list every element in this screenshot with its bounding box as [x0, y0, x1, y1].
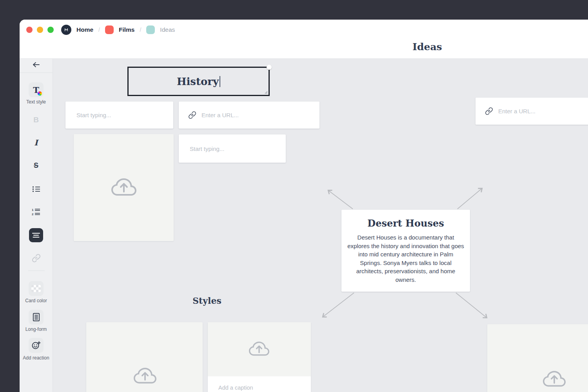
note-input[interactable]	[65, 102, 173, 129]
desert-houses-description: Desert Houses is a documentary that expl…	[347, 233, 465, 284]
window-close-button[interactable]	[26, 27, 33, 33]
header-bar: Home / Films / Ideas Ideas	[20, 20, 588, 59]
text-style-icon: T	[33, 85, 39, 95]
arrow-connector-top-right	[457, 189, 482, 209]
text-card-icon	[32, 232, 40, 238]
document-icon	[32, 312, 40, 322]
breadcrumb: Home / Films / Ideas	[61, 25, 175, 35]
ideas-board-icon[interactable]	[146, 25, 155, 34]
color-wheel-icon	[38, 91, 42, 96]
breadcrumb-item-ideas[interactable]: Ideas	[160, 26, 175, 33]
board-title: Ideas	[408, 41, 447, 53]
arrow-connector-top-left	[328, 191, 353, 209]
text-card-tool-active[interactable]	[20, 228, 53, 242]
numbered-list-button[interactable]: 1 2	[20, 208, 53, 217]
url-input[interactable]	[498, 98, 588, 125]
numbered-list-icon: 1 2	[32, 208, 40, 216]
long-form-label: Long-form	[20, 327, 53, 332]
image-upload-card[interactable]	[86, 322, 203, 392]
note-card	[179, 134, 286, 163]
bold-icon: B	[33, 116, 39, 124]
card-color-label: Card color	[20, 298, 53, 303]
cloud-upload-icon	[111, 175, 136, 200]
bullet-list-icon	[32, 186, 40, 192]
italic-button[interactable]: I	[20, 138, 53, 147]
toolbar-divider	[28, 270, 45, 271]
note-input[interactable]	[179, 134, 286, 163]
link-icon	[188, 111, 196, 119]
breadcrumb-item-films[interactable]: Films	[119, 26, 134, 33]
resize-handle-icon[interactable]	[263, 89, 268, 94]
arrow-connector-bottom-right	[456, 293, 486, 318]
app-window: Home / Films / Ideas Ideas	[20, 20, 588, 392]
bullet-list-button[interactable]	[20, 186, 53, 194]
caption-area	[208, 376, 311, 392]
link-icon	[485, 107, 493, 115]
image-upload-card[interactable]	[487, 324, 588, 392]
card-color-checker-icon	[31, 285, 41, 292]
text-style-button[interactable]: T	[20, 82, 53, 97]
image-upload-card[interactable]	[74, 134, 174, 241]
long-form-button[interactable]	[20, 310, 53, 325]
styles-title-card[interactable]: Styles	[185, 296, 229, 306]
cloud-upload-icon	[134, 365, 156, 388]
arrow-connector-bottom-left	[323, 293, 354, 317]
history-title-card-selected[interactable]: History	[127, 67, 270, 96]
window-zoom-button[interactable]	[47, 27, 54, 33]
italic-icon: I	[34, 138, 38, 147]
add-reaction-label: Add reaction	[20, 355, 53, 361]
image-card-with-caption[interactable]	[208, 322, 311, 392]
image-upload-area[interactable]	[208, 322, 311, 376]
note-card	[65, 102, 173, 129]
strikethrough-button[interactable]: S	[20, 162, 53, 170]
films-board-icon[interactable]	[105, 25, 114, 34]
card-color-button[interactable]	[20, 281, 53, 296]
desert-houses-title: Desert Houses	[347, 218, 465, 229]
history-title-text: History	[177, 76, 219, 87]
caption-input[interactable]	[208, 385, 311, 391]
toolbar-divider	[20, 73, 53, 73]
svg-text:2: 2	[32, 212, 34, 216]
back-arrow-icon	[32, 61, 40, 68]
text-cursor	[220, 76, 220, 87]
milanote-logo-icon[interactable]	[61, 25, 71, 35]
link-icon	[32, 254, 41, 263]
cloud-upload-icon	[543, 368, 566, 391]
desert-houses-card[interactable]: Desert Houses Desert Houses is a documen…	[341, 210, 470, 292]
desktop-background: Home / Films / Ideas Ideas	[0, 0, 588, 392]
link-card	[179, 102, 319, 129]
link-card	[475, 98, 588, 125]
svg-text:1: 1	[32, 208, 34, 212]
breadcrumb-separator: /	[98, 27, 100, 33]
link-button-disabled[interactable]	[20, 254, 53, 264]
add-reaction-button[interactable]	[20, 338, 53, 353]
cloud-upload-icon	[249, 339, 269, 359]
text-style-label: Text style	[20, 99, 53, 105]
smiley-plus-icon	[31, 341, 41, 350]
url-input[interactable]	[201, 102, 319, 129]
formatting-toolbar: T Text style B I S	[20, 59, 53, 392]
connector-handle[interactable]	[267, 65, 272, 70]
strikethrough-icon: S	[34, 162, 38, 169]
board-canvas[interactable]: History	[53, 59, 588, 392]
bold-button[interactable]: B	[20, 116, 53, 124]
breadcrumb-separator: /	[140, 27, 141, 33]
collapse-toolbar-button[interactable]	[20, 61, 53, 70]
breadcrumb-item-home[interactable]: Home	[76, 26, 93, 33]
window-minimize-button[interactable]	[37, 27, 43, 33]
